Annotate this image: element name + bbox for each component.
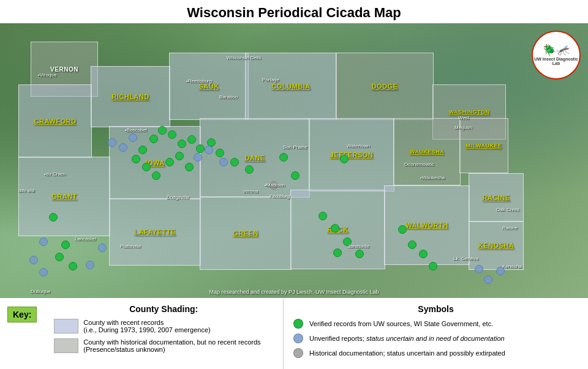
county-label-columbia: COLUMBIA: [271, 83, 310, 90]
dot-green-12: [138, 146, 147, 154]
dot-green-29: [429, 262, 437, 270]
county-label-walworth: WALWORTH: [405, 222, 448, 229]
county-sauk: SAUK: [169, 53, 249, 120]
symbol-dot-gray: [293, 348, 303, 358]
dot-blue-6: [219, 158, 228, 166]
dot-green-17: [245, 165, 254, 174]
key-box: Key:: [7, 307, 37, 322]
dot-green-16: [230, 158, 239, 166]
county-columbia: COLUMBIA: [245, 53, 337, 120]
dot-green-27: [408, 240, 417, 249]
county-grant: GRANT: [18, 157, 110, 236]
symbol-dot-blue: [293, 334, 303, 343]
uw-logo: 🪲🦟 UW Insect Diagnostic Lab: [532, 31, 581, 80]
county-label-crawford: CRAWFORD: [34, 117, 77, 125]
county-label-dodge: DODGE: [372, 83, 398, 90]
city-oakcrk: Oak Creek: [496, 207, 519, 212]
city-racine: Racine: [502, 225, 518, 231]
county-green: GREEN: [200, 196, 292, 270]
legend-area: Key: County Shading: County with recent …: [0, 297, 588, 369]
dot-blue-3: [129, 133, 137, 142]
map-area: VERNON CRAWFORD RICHLAND SAUK COLUMBIA D…: [0, 23, 588, 297]
city-west: West: [458, 115, 469, 121]
dot-green-11: [185, 163, 194, 171]
city-wildlifeand: dlife and: [18, 188, 34, 193]
county-label-richland: RICHLAND: [111, 93, 149, 100]
dot-green-3: [149, 135, 158, 143]
dot-green-19: [291, 171, 300, 180]
dot-green-1: [158, 126, 167, 135]
legend-shading-item-1: County with recent records(i.e., During …: [54, 319, 273, 334]
dot-green-5: [187, 135, 196, 144]
city-dodgeville: Dodgeville: [167, 195, 189, 200]
city-viroqua: •Viroqua: [38, 72, 56, 78]
city-watertown: Watertown: [347, 143, 370, 149]
dot-green-13: [132, 155, 140, 163]
dot-green-20: [340, 155, 349, 163]
city-janesville: Janesville: [348, 244, 369, 249]
dot-blue-4: [205, 146, 213, 154]
legend-shading-text-1: County with recent records(i.e., During …: [83, 319, 210, 334]
county-label-racine: RACINE: [482, 194, 510, 201]
dot-blue-12: [475, 265, 483, 274]
county-label-vernon: VERNON: [50, 66, 78, 73]
city-portage: Portage: [262, 77, 279, 83]
dot-blue-9: [39, 237, 48, 246]
legend-shading-text-2: County with historical documentation, bu…: [83, 338, 260, 353]
dot-green-24: [355, 250, 364, 258]
dot-green-14: [142, 163, 151, 171]
city-verona: Verona: [243, 188, 258, 194]
legend-shading-title: County Shading:: [54, 304, 273, 314]
city-waukesha: •Waukesha: [420, 175, 445, 181]
dot-green-25: [333, 248, 342, 257]
county-label-waukesha: WAUKESHA: [410, 149, 445, 155]
symbol-text-green: Verified records from UW sources, WI Sta…: [309, 320, 493, 327]
county-dane: DANE: [200, 118, 310, 198]
symbol-text-blue: Unverified reports; status uncertain and…: [309, 335, 505, 342]
dot-blue-1: [108, 138, 116, 147]
symbol-item-blue: Unverified reports; status uncertain and…: [293, 334, 578, 343]
dot-green-28: [419, 250, 428, 258]
dot-green-4: [178, 140, 186, 148]
legend-symbols-title: Symbols: [293, 304, 578, 314]
map-attribution: Map researched and created by PJ Liesch,…: [209, 289, 379, 295]
city-fitchburg: Fitchburg: [270, 193, 290, 199]
county-label-lafayette: LAFAYETTE: [134, 228, 176, 236]
dot-green-15: [152, 171, 160, 180]
county-crawford: CRAWFORD: [18, 84, 92, 158]
dot-green-31: [61, 240, 70, 249]
dot-green-18: [279, 153, 288, 162]
county-richland: RICHLAND: [91, 66, 170, 127]
county-label-kenosha: KENOSHA: [478, 242, 514, 249]
dot-green-30: [49, 213, 58, 222]
dot-green-8: [216, 149, 224, 157]
dot-blue-10: [29, 256, 38, 264]
county-lafayette: LAFAYETTE: [109, 198, 201, 266]
city-wisdells: Wisconsin Dells: [227, 55, 261, 61]
dot-green-21: [318, 212, 327, 220]
legend-shading-item-2: County with historical documentation, bu…: [54, 338, 273, 353]
county-dodge: DODGE: [336, 53, 434, 120]
city-lancaster: Lancaster: [75, 236, 96, 242]
city-sunprairie: Sun Prairie: [283, 144, 307, 150]
county-label-grant: GRANT: [51, 193, 77, 200]
dot-green-2: [168, 130, 176, 139]
page-title: Wisconsin Periodical Cicada Map: [0, 0, 588, 23]
dot-green-26: [398, 225, 407, 234]
swatch-blue: [54, 319, 78, 334]
city-reedsburg: •Reedsburg: [186, 78, 212, 84]
dot-blue-7: [98, 244, 107, 252]
city-dubuque: Dubuque: [31, 289, 50, 294]
page-wrapper: Wisconsin Periodical Cicada Map VERNON C…: [0, 0, 588, 369]
county-racine: RACINE: [469, 173, 524, 222]
city-lakegeneva: Lk. Geneva: [453, 256, 478, 261]
city-baraboo: Baraboo: [219, 94, 238, 100]
dot-blue-2: [119, 143, 127, 152]
county-label-jefferson: JEFFERSON: [330, 151, 374, 158]
dot-blue-8: [86, 261, 94, 269]
dot-blue-13: [484, 275, 492, 284]
swatch-gray: [54, 338, 78, 353]
logo-insects: 🪲🦟: [543, 45, 570, 56]
county-label-washington: WASHINGTON: [449, 109, 490, 115]
county-label-dane: DANE: [244, 154, 265, 162]
